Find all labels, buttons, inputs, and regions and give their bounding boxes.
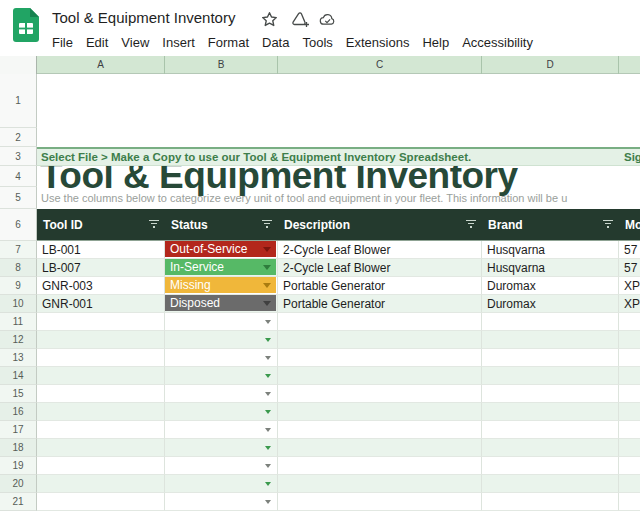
status-dropdown-icon[interactable] <box>265 410 271 414</box>
status-dropdown-icon[interactable] <box>263 283 271 288</box>
cell-d16[interactable] <box>482 403 619 421</box>
cell-e15[interactable] <box>619 385 640 403</box>
row-number-1[interactable]: 1 <box>0 74 37 128</box>
column-header-c[interactable]: C <box>278 56 482 74</box>
cell-d14[interactable] <box>482 367 619 385</box>
cell-c13[interactable] <box>278 349 482 367</box>
status-dropdown-icon[interactable] <box>265 374 271 378</box>
status-badge[interactable]: Missing <box>165 277 276 293</box>
status-dropdown-icon[interactable] <box>265 482 271 486</box>
note-cell[interactable]: Use the columns below to categorize ever… <box>41 187 567 209</box>
status-dropdown-icon[interactable] <box>263 247 271 252</box>
cell-a13[interactable] <box>37 349 165 367</box>
header-tool-id[interactable]: Tool ID <box>37 209 165 240</box>
cell-b21[interactable] <box>165 493 278 511</box>
header-model[interactable]: Model <box>619 209 640 240</box>
star-icon[interactable] <box>261 11 278 28</box>
cell-d20[interactable] <box>482 475 619 493</box>
cell-d15[interactable] <box>482 385 619 403</box>
row-number-5[interactable]: 5 <box>0 187 37 209</box>
status-cell[interactable]: Missing <box>165 277 278 295</box>
status-dropdown-icon[interactable] <box>265 320 271 324</box>
status-cell[interactable]: Out-of-Service <box>165 241 278 259</box>
status-cell[interactable]: Disposed <box>165 295 278 313</box>
cell-b11[interactable] <box>165 313 278 331</box>
cloud-saved-icon[interactable] <box>319 11 336 28</box>
instruction-banner-cell[interactable]: Select File > Make a Copy to use our Too… <box>37 147 640 166</box>
description-cell[interactable]: 2-Cycle Leaf Blower <box>278 241 482 259</box>
row-number-3[interactable]: 3 <box>0 147 37 166</box>
sheets-logo-icon[interactable] <box>13 8 39 42</box>
cell-d21[interactable] <box>482 493 619 511</box>
cell-b16[interactable] <box>165 403 278 421</box>
row-number-16[interactable]: 16 <box>0 403 37 421</box>
row-number-13[interactable]: 13 <box>0 349 37 367</box>
row-number-15[interactable]: 15 <box>0 385 37 403</box>
status-dropdown-icon[interactable] <box>265 356 271 360</box>
brand-cell[interactable]: Duromax <box>482 277 619 295</box>
cell-d17[interactable] <box>482 421 619 439</box>
menu-item-file[interactable]: File <box>52 33 73 52</box>
cell-b13[interactable] <box>165 349 278 367</box>
column-header-e[interactable] <box>619 56 640 74</box>
cell-c16[interactable] <box>278 403 482 421</box>
cell-e19[interactable] <box>619 457 640 475</box>
tool-id-cell[interactable]: LB-001 <box>37 241 165 259</box>
cell-b19[interactable] <box>165 457 278 475</box>
description-cell[interactable]: 2-Cycle Leaf Blower <box>278 259 482 277</box>
menu-item-data[interactable]: Data <box>262 33 289 52</box>
brand-cell[interactable]: Husqvarna <box>482 259 619 277</box>
cell-c15[interactable] <box>278 385 482 403</box>
column-header-a[interactable]: A <box>37 56 165 74</box>
status-dropdown-icon[interactable] <box>265 338 271 342</box>
cell-e14[interactable] <box>619 367 640 385</box>
row-number-7[interactable]: 7 <box>0 241 37 259</box>
status-dropdown-icon[interactable] <box>265 392 271 396</box>
cell-b14[interactable] <box>165 367 278 385</box>
cell-c19[interactable] <box>278 457 482 475</box>
cell-e21[interactable] <box>619 493 640 511</box>
status-badge[interactable]: Out-of-Service <box>165 241 276 257</box>
menu-item-view[interactable]: View <box>121 33 149 52</box>
header-status[interactable]: Status <box>165 209 278 240</box>
tool-id-cell[interactable]: GNR-003 <box>37 277 165 295</box>
tool-id-cell[interactable]: GNR-001 <box>37 295 165 313</box>
row-number-11[interactable]: 11 <box>0 313 37 331</box>
status-dropdown-icon[interactable] <box>265 446 271 450</box>
description-cell[interactable]: Portable Generator <box>278 277 482 295</box>
row-number-19[interactable]: 19 <box>0 457 37 475</box>
cell-c11[interactable] <box>278 313 482 331</box>
cell-d18[interactable] <box>482 439 619 457</box>
row-number-4[interactable]: 4 <box>0 166 37 187</box>
cell-e17[interactable] <box>619 421 640 439</box>
column-header-d[interactable]: D <box>482 56 619 74</box>
cell-a21[interactable] <box>37 493 165 511</box>
cell-b12[interactable] <box>165 331 278 349</box>
filter-icon[interactable] <box>603 220 613 230</box>
cell-e18[interactable] <box>619 439 640 457</box>
description-cell[interactable]: Portable Generator <box>278 295 482 313</box>
status-dropdown-icon[interactable] <box>265 428 271 432</box>
status-cell[interactable]: In-Service <box>165 259 278 277</box>
cell-b17[interactable] <box>165 421 278 439</box>
cell-d13[interactable] <box>482 349 619 367</box>
cell-a17[interactable] <box>37 421 165 439</box>
header-description[interactable]: Description <box>278 209 482 240</box>
model-cell[interactable]: XP <box>619 295 640 313</box>
brand-cell[interactable]: Husqvarna <box>482 241 619 259</box>
document-title[interactable]: Tool & Equipment Inventory <box>52 9 235 26</box>
cell-a20[interactable] <box>37 475 165 493</box>
add-shortcut-icon[interactable] <box>291 11 308 28</box>
cell-a12[interactable] <box>37 331 165 349</box>
cell-b20[interactable] <box>165 475 278 493</box>
row-number-10[interactable]: 10 <box>0 295 37 313</box>
menu-item-help[interactable]: Help <box>422 33 449 52</box>
cell-a15[interactable] <box>37 385 165 403</box>
row-number-14[interactable]: 14 <box>0 367 37 385</box>
cell-c14[interactable] <box>278 367 482 385</box>
cell-c18[interactable] <box>278 439 482 457</box>
cell-a18[interactable] <box>37 439 165 457</box>
model-cell[interactable]: 57 <box>619 259 640 277</box>
cell-d19[interactable] <box>482 457 619 475</box>
status-dropdown-icon[interactable] <box>263 301 271 306</box>
